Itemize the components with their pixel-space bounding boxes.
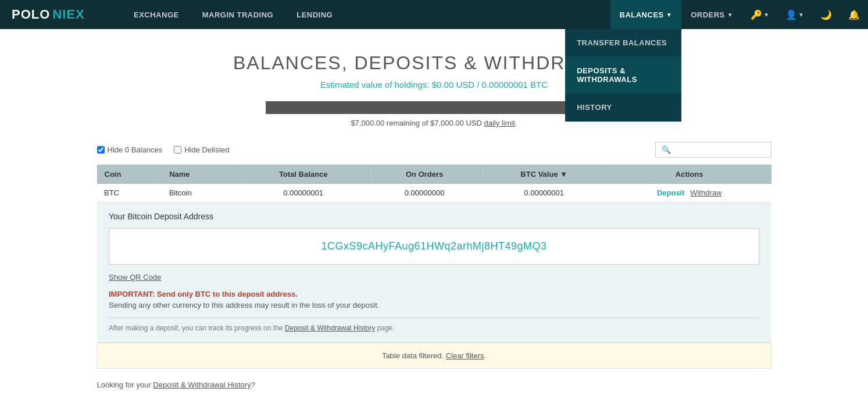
table-body: BTC Bitcoin 0.00000001 0.00000000 0.0000… — [97, 184, 771, 343]
deposit-title: Your Bitcoin Deposit Address — [109, 212, 759, 221]
logo-part2: NIEX — [52, 7, 84, 22]
cell-btc-value: 0.00000001 — [480, 184, 608, 202]
bell-icon: 🔔 — [848, 9, 860, 20]
table-row: BTC Bitcoin 0.00000001 0.00000000 0.0000… — [97, 184, 771, 202]
balances-dropdown: Transfer Balances Deposits & Withdrawals… — [565, 29, 681, 122]
deposit-address[interactable]: 1CGxS9cAHyFAug61HWq2arhMj8HT49gMQ3 — [321, 240, 546, 252]
theme-btn[interactable]: 🌙 — [812, 0, 840, 29]
cell-total-balance: 0.00000001 — [238, 184, 369, 202]
warning-text: Sending any other currency to this addre… — [109, 301, 759, 309]
important-warning: IMPORTANT: Send only BTC to this deposit… — [109, 290, 759, 298]
hide-delisted-label[interactable]: Hide Delisted — [174, 145, 229, 154]
balances-caret: ▼ — [666, 12, 672, 18]
footer-history-link[interactable]: Deposit & Withdrawal History — [153, 380, 251, 389]
deposit-footer-note: After making a deposit, you can track it… — [109, 318, 759, 332]
user-icon: 👤 — [785, 9, 797, 20]
progress-bar-wrap — [266, 101, 603, 114]
cell-actions: Deposit Withdraw — [608, 184, 771, 202]
search-box-wrap — [655, 142, 771, 158]
dropdown-history[interactable]: History — [565, 94, 681, 122]
clear-filters-link[interactable]: Clear filters — [446, 351, 484, 360]
col-coin: Coin — [97, 165, 162, 184]
dropdown-transfer-balances[interactable]: Transfer Balances — [565, 29, 681, 57]
nav-exchange[interactable]: Exchange — [122, 0, 191, 29]
hide-zero-balances-label[interactable]: Hide 0 Balances — [97, 145, 163, 154]
orders-btn[interactable]: Orders ▼ — [681, 0, 742, 29]
col-name: Name — [162, 165, 238, 184]
logo-part1: POLO — [12, 7, 50, 22]
nav-lending[interactable]: Lending — [285, 0, 344, 29]
cell-on-orders: 0.00000000 — [369, 184, 480, 202]
progress-bar-fill — [266, 101, 599, 114]
hide-delisted-checkbox[interactable] — [174, 146, 181, 154]
table-header-row: Coin Name Total Balance On Orders BTC Va… — [97, 165, 771, 184]
withdraw-link[interactable]: Withdraw — [690, 188, 721, 197]
notifications-btn[interactable]: 🔔 — [840, 0, 868, 29]
cell-name: Bitcoin — [162, 184, 238, 202]
daily-limit-link[interactable]: daily limit — [484, 119, 515, 127]
balances-btn[interactable]: Balances ▼ — [610, 0, 682, 29]
moon-icon: 🌙 — [820, 9, 832, 20]
col-on-orders: On Orders — [369, 165, 480, 184]
key-caret: ▼ — [763, 12, 769, 18]
user-btn[interactable]: 👤 ▼ — [777, 0, 812, 29]
balances-table: Coin Name Total Balance On Orders BTC Va… — [97, 165, 771, 343]
deposit-link[interactable]: Deposit — [657, 188, 685, 197]
deposit-cell: Your Bitcoin Deposit Address 1CGxS9cAHyF… — [97, 202, 771, 343]
nav-right: Balances ▼ Transfer Balances Deposits & … — [610, 0, 868, 29]
col-total-balance: Total Balance — [238, 165, 369, 184]
hide-zero-balances-checkbox[interactable] — [97, 146, 105, 154]
nav-links: Exchange Margin Trading Lending — [122, 0, 610, 29]
user-caret: ▼ — [798, 12, 804, 18]
orders-caret: ▼ — [727, 12, 733, 18]
filters-row: Hide 0 Balances Hide Delisted — [97, 142, 771, 158]
navbar: POLONIEX Exchange Margin Trading Lending… — [0, 0, 868, 29]
deposit-address-box: 1CGxS9cAHyFAug61HWq2arhMj8HT49gMQ3 — [109, 228, 759, 265]
deposit-history-link[interactable]: Deposit & Withdrawal History — [285, 324, 375, 332]
search-input[interactable] — [655, 142, 771, 158]
balances-btn-wrapper: Balances ▼ Transfer Balances Deposits & … — [610, 0, 682, 29]
col-btc-value[interactable]: BTC Value ▼ — [480, 165, 608, 184]
filter-notice: Table data filtered. Clear filters. — [97, 343, 771, 369]
show-qr-link[interactable]: Show QR Code — [109, 273, 161, 282]
deposit-section: Your Bitcoin Deposit Address 1CGxS9cAHyF… — [97, 202, 771, 342]
cell-coin: BTC — [97, 184, 162, 202]
table-head: Coin Name Total Balance On Orders BTC Va… — [97, 165, 771, 184]
col-actions: Actions — [608, 165, 771, 184]
logo[interactable]: POLONIEX — [0, 7, 122, 22]
api-key-btn[interactable]: 🔑 ▼ — [742, 0, 777, 29]
dropdown-deposits-withdrawals[interactable]: Deposits & Withdrawals — [565, 57, 681, 94]
key-icon: 🔑 — [751, 9, 762, 20]
footer-note: Looking for your Deposit & Withdrawal Hi… — [97, 380, 771, 389]
nav-margin-trading[interactable]: Margin Trading — [191, 0, 285, 29]
deposit-row: Your Bitcoin Deposit Address 1CGxS9cAHyF… — [97, 202, 771, 343]
